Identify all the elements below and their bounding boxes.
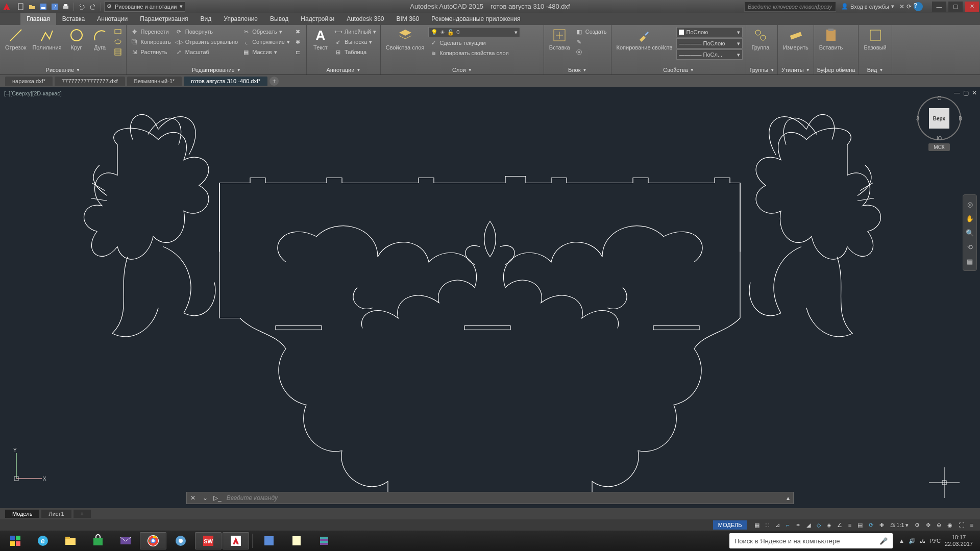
text-button[interactable]: A Текст <box>310 26 331 52</box>
viewcube[interactable]: С Ю В З Верх МСК <box>915 96 964 158</box>
pan-icon[interactable]: ✋ <box>965 213 975 223</box>
windows-search-box[interactable]: Поиск в Яндексе и на компьютере 🎤 <box>729 533 893 548</box>
status-polar-icon[interactable]: ✶ <box>793 520 803 530</box>
explode-button[interactable]: ✱ <box>293 37 303 46</box>
paste-button[interactable]: Вставить <box>817 26 845 52</box>
command-line[interactable]: ✕ ⌄ ▷_ Введите команду ▴ <box>186 492 794 504</box>
qat-new-icon[interactable] <box>16 2 26 11</box>
offset-button[interactable]: ⊏ <box>293 47 303 57</box>
file-tab[interactable]: Безымянный-1* <box>127 77 182 86</box>
status-lineweight-icon[interactable]: ≡ <box>846 520 854 530</box>
layer-props-button[interactable]: Свойства слоя <box>384 26 426 52</box>
ribbon-tab-view[interactable]: Вид <box>194 13 218 25</box>
orbit-icon[interactable]: ⟲ <box>965 242 975 252</box>
status-osnap-icon[interactable]: ◇ <box>814 520 823 530</box>
file-tab[interactable]: готов августа 310 -480.dxf* <box>184 77 267 86</box>
navigation-bar[interactable]: ◎ ✋ 🔍 ⟲ ▤ <box>963 194 977 271</box>
polyline-button[interactable]: Полилиния <box>30 26 63 52</box>
tray-clock[interactable]: 10:17 22.03.2017 <box>945 534 973 547</box>
status-isolate-icon[interactable]: ◉ <box>945 520 955 530</box>
mic-icon[interactable]: 🎤 <box>879 537 888 545</box>
status-gear-icon[interactable]: ⚙ <box>912 520 922 530</box>
workspace-dropdown[interactable]: ⚙ Рисование и аннотации ▾ <box>104 2 185 12</box>
start-button[interactable] <box>2 532 29 549</box>
taskbar-winrar-icon[interactable] <box>311 532 337 549</box>
arc-button[interactable]: Дуга <box>89 26 111 52</box>
window-close-button[interactable]: ✕ <box>965 2 979 12</box>
hatch-button[interactable] <box>113 47 123 57</box>
insert-block-button[interactable]: Вставка <box>547 26 572 52</box>
qat-save-icon[interactable] <box>39 2 48 11</box>
cmdline-input[interactable]: Введите команду <box>224 494 783 502</box>
base-view-button[interactable]: Базовый <box>862 26 888 52</box>
drawing-area[interactable]: [–][Сверху][2D-каркас] — ▢ ✕ <box>0 87 980 508</box>
qat-saveas-icon[interactable] <box>50 2 59 11</box>
window-minimize-button[interactable]: — <box>932 2 946 12</box>
taskbar-chromium-icon[interactable] <box>167 532 194 549</box>
layout-tab-add[interactable]: + <box>74 510 91 518</box>
copy-button[interactable]: ⿻Копировать <box>130 37 172 46</box>
qat-plot-icon[interactable] <box>61 2 70 11</box>
status-annomonitor-icon[interactable]: ✚ <box>877 520 887 530</box>
help-icon[interactable]: ? <box>914 2 923 11</box>
ribbon-tab-a360[interactable]: Autodesk 360 <box>340 13 390 25</box>
signin-button[interactable]: 👤 Вход в службы ▾ <box>838 3 897 10</box>
lineweight-combo[interactable]: ———— ПоСл...▾ <box>676 49 743 60</box>
fillet-button[interactable]: ◟Сопряжение▾ <box>241 37 291 46</box>
taskbar-ie-icon[interactable]: e <box>30 532 56 549</box>
status-snap-icon[interactable]: ⸬ <box>763 520 772 530</box>
status-3dosnap-icon[interactable]: ◈ <box>824 520 834 530</box>
viewcube-wcs[interactable]: МСК <box>928 143 949 151</box>
file-tab[interactable]: 777777777777777.dxf <box>55 77 125 86</box>
qat-undo-icon[interactable] <box>77 2 86 11</box>
file-tab[interactable]: нарижка.dxf* <box>5 77 53 86</box>
measure-button[interactable]: Измерить <box>781 26 811 52</box>
move-button[interactable]: ✥Перенести <box>130 27 172 36</box>
tray-up-icon[interactable]: ▲ <box>899 538 904 544</box>
tray-volume-icon[interactable]: 🔊 <box>909 538 916 544</box>
infocenter-search[interactable]: Введите ключевое слово/фразу <box>744 2 836 12</box>
linetype-combo[interactable]: ———— ПоСлою▾ <box>676 38 743 48</box>
exchange-icon[interactable]: ✕ <box>899 3 904 10</box>
taskbar-app1-icon[interactable] <box>256 532 282 549</box>
color-combo[interactable]: ПоСлою▾ <box>676 27 743 37</box>
taskbar-solidworks-icon[interactable]: SW <box>195 532 222 549</box>
layout-tab-model[interactable]: Модель <box>5 510 39 518</box>
qat-redo-icon[interactable] <box>88 2 97 11</box>
create-block-button[interactable]: ◧Создать <box>574 27 608 36</box>
dim-linear-button[interactable]: ⟷Линейный▾ <box>333 27 377 36</box>
block-attr-button[interactable]: Ⓐ <box>574 47 608 57</box>
ribbon-tab-output[interactable]: Вывод <box>264 13 295 25</box>
match-props-button[interactable]: Копирование свойств <box>615 26 675 52</box>
ribbon-tab-insert[interactable]: Вставка <box>56 13 91 25</box>
make-current-button[interactable]: ✓Сделать текущим <box>428 38 541 47</box>
status-hardware-icon[interactable]: ⊕ <box>934 520 944 530</box>
status-isoplane-icon[interactable]: ◢ <box>804 520 813 530</box>
cmdline-customize-icon[interactable]: ⌄ <box>199 494 211 502</box>
leader-button[interactable]: ↙Выноска▾ <box>333 37 377 46</box>
status-transparency-icon[interactable]: ▤ <box>855 520 865 530</box>
ribbon-tab-featured[interactable]: Рекомендованные приложения <box>425 13 526 25</box>
tray-network-icon[interactable]: 🖧 <box>920 538 925 544</box>
status-modelspace[interactable]: МОДЕЛЬ <box>713 520 747 530</box>
layer-combo[interactable]: 💡 ☀ 🔓 0 ▾ <box>428 27 520 37</box>
showmotion-icon[interactable]: ▤ <box>965 256 975 266</box>
ribbon-tab-addins[interactable]: Надстройки <box>295 13 340 25</box>
scale-button[interactable]: ⤢Масштаб <box>174 47 239 57</box>
ribbon-tab-annotate[interactable]: Аннотации <box>91 13 134 25</box>
file-tab-add[interactable]: + <box>270 77 279 86</box>
mirror-button[interactable]: ◁▷Отразить зеркально <box>174 37 239 46</box>
taskbar-notes-icon[interactable] <box>283 532 310 549</box>
trim-button[interactable]: ✂Обрезать▾ <box>241 27 291 36</box>
copy-layer-props-button[interactable]: ≋Копировать свойства слоя <box>428 48 541 58</box>
tray-lang[interactable]: РУС <box>929 538 941 544</box>
status-grid-icon[interactable]: ▦ <box>752 520 762 530</box>
steering-wheel-icon[interactable]: ◎ <box>965 199 975 209</box>
status-customize-icon[interactable]: ≡ <box>968 520 976 530</box>
taskbar-mail-icon[interactable] <box>112 532 139 549</box>
window-maximize-button[interactable]: ▢ <box>948 2 963 12</box>
line-button[interactable]: Отрезок <box>3 26 28 52</box>
cmdline-recent-icon[interactable]: ▴ <box>783 494 793 502</box>
app-logo[interactable] <box>0 0 13 13</box>
status-workspace-icon[interactable]: ✥ <box>923 520 933 530</box>
